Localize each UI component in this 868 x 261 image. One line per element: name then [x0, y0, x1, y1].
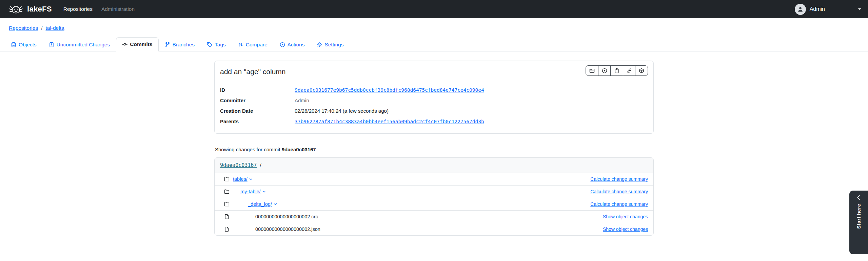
tab-uncommitted-changes[interactable]: Uncommitted Changes: [43, 38, 116, 51]
copy-id-button[interactable]: [610, 65, 623, 76]
git-branch-icon: [165, 42, 170, 47]
commit-action-buttons: [586, 65, 648, 76]
tab-label: Compare: [246, 42, 268, 48]
breadcrumb-repo-link[interactable]: tal-delta: [45, 25, 64, 31]
caret-down-icon[interactable]: [857, 7, 862, 11]
path-separator: /: [260, 162, 261, 168]
link-icon: [627, 68, 632, 73]
tab-label: Branches: [173, 42, 195, 48]
tab-commits[interactable]: Commits: [116, 37, 158, 51]
tab-settings[interactable]: Settings: [311, 38, 350, 51]
tab-label: Tags: [215, 42, 226, 48]
git-compare-icon: [238, 42, 243, 47]
tab-tags[interactable]: Tags: [201, 38, 232, 51]
browse-objects-button[interactable]: [586, 65, 598, 76]
browser-icon: [589, 68, 595, 73]
breadcrumb-repositories-link[interactable]: Repositories: [9, 25, 38, 31]
file-icon: [224, 226, 230, 232]
top-navbar: lakeFS Repositories Administration Admin: [0, 0, 868, 18]
commit-metadata: ID 9daea0c031677e9b67c5ddb0ccbf39c8bdfc9…: [220, 85, 648, 127]
breadcrumb-separator: /: [41, 25, 42, 31]
parent-commit-link[interactable]: 37b962787af871b4c3883a4b0bb4eef156ab09ba…: [295, 119, 484, 124]
meta-label: ID: [220, 87, 295, 93]
package-icon: [639, 68, 644, 73]
commit-short-link[interactable]: 9daea0c03167: [220, 162, 257, 168]
brand-name: lakeFS: [27, 5, 52, 14]
user-menu[interactable]: Admin: [795, 4, 825, 15]
user-name: Admin: [810, 6, 825, 12]
navbar-link-repositories[interactable]: Repositories: [63, 6, 93, 12]
showing-changes-commit: 9daea0c03167: [282, 147, 316, 152]
tab-label: Settings: [324, 42, 343, 48]
play-circle-icon: [280, 42, 285, 47]
changes-table-header: 9daea0c03167 /: [215, 158, 653, 173]
tag-icon: [207, 42, 212, 47]
meta-row-creation-date: Creation Date 02/28/2024 17:40:24 (a few…: [220, 106, 648, 116]
creation-date-value: 02/28/2024 17:40:24 (a few seconds ago): [295, 108, 389, 114]
commit-info-card: add an "age" column: [214, 61, 654, 134]
changes-table-card: 9daea0c03167 / tables/ Calculate change …: [214, 157, 654, 236]
file-diff-icon: [49, 42, 54, 47]
folder-icon: [224, 201, 230, 207]
showing-changes-text: Showing changes for commit 9daea0c03167: [215, 147, 653, 152]
database-icon: [11, 42, 16, 47]
meta-label: Creation Date: [220, 108, 295, 114]
chevron-left-icon: [856, 195, 862, 200]
user-avatar: [795, 4, 806, 15]
meta-row-committer: Committer Admin: [220, 95, 648, 106]
tab-label: Uncommitted Changes: [57, 42, 110, 48]
change-row-delta-log: _delta_log/ Calculate change summary: [215, 198, 653, 211]
play-circle-icon: [602, 68, 607, 73]
gear-icon: [317, 42, 322, 47]
meta-row-parents: Parents 37b962787af871b4c3883a4b0bb4eef1…: [220, 116, 648, 127]
person-icon: [797, 6, 804, 13]
repository-tabs: Objects Uncommitted Changes Commits Bran…: [0, 35, 868, 51]
change-row-json-file: 00000000000000000002.json Show object ch…: [215, 223, 653, 235]
folder-icon: [224, 189, 230, 194]
folder-link[interactable]: my-table/: [240, 189, 261, 194]
tab-actions[interactable]: Actions: [274, 38, 311, 51]
commit-id-link[interactable]: 9daea0c031677e9b67c5ddb0ccbf39c8bdfc968d…: [295, 87, 484, 93]
change-row-my-table: my-table/ Calculate change summary: [215, 186, 653, 198]
file-icon: [224, 214, 230, 219]
commit-message-title: add an "age" column: [220, 65, 286, 76]
chevron-down-icon: [249, 177, 253, 181]
lakefs-axolotl-logo-icon: [8, 4, 24, 15]
clipboard-icon: [614, 68, 619, 73]
breadcrumb: Repositories / tal-delta: [0, 18, 868, 35]
tab-objects[interactable]: Objects: [5, 38, 43, 51]
start-here-panel-toggle[interactable]: Start here: [849, 191, 868, 254]
meta-row-id: ID 9daea0c031677e9b67c5ddb0ccbf39c8bdfc9…: [220, 85, 648, 95]
lakefs-brand[interactable]: lakeFS: [8, 4, 52, 15]
copy-uri-button[interactable]: [635, 65, 648, 76]
chevron-down-icon: [273, 202, 277, 206]
meta-label: Committer: [220, 97, 295, 103]
calculate-change-summary-link[interactable]: Calculate change summary: [590, 201, 648, 207]
git-commit-icon: [122, 42, 127, 47]
change-row-crc-file: 00000000000000000002.crc Show object cha…: [215, 211, 653, 223]
file-name: 00000000000000000002.json: [255, 226, 320, 232]
change-row-tables: tables/ Calculate change summary: [215, 173, 653, 186]
show-object-changes-link[interactable]: Show object changes: [603, 226, 648, 232]
folder-icon: [224, 176, 230, 182]
file-name: 00000000000000000002.crc: [255, 214, 318, 219]
calculate-change-summary-link[interactable]: Calculate change summary: [590, 176, 648, 182]
chevron-down-icon: [262, 190, 266, 194]
committer-value: Admin: [295, 97, 309, 103]
tab-label: Actions: [288, 42, 305, 48]
copy-link-button[interactable]: [623, 65, 636, 76]
main-content: add an "age" column: [214, 61, 654, 236]
folder-link[interactable]: tables/: [233, 176, 248, 182]
calculate-change-summary-link[interactable]: Calculate change summary: [590, 189, 648, 194]
run-actions-button[interactable]: [598, 65, 611, 76]
tab-branches[interactable]: Branches: [159, 38, 201, 51]
navbar-link-administration[interactable]: Administration: [101, 6, 135, 12]
tab-compare[interactable]: Compare: [232, 38, 274, 51]
tab-label: Commits: [130, 41, 152, 47]
start-here-label: Start here: [856, 204, 862, 229]
folder-link[interactable]: _delta_log/: [248, 201, 272, 207]
show-object-changes-link[interactable]: Show object changes: [603, 214, 648, 219]
meta-label: Parents: [220, 118, 295, 124]
showing-changes-prefix: Showing changes for commit: [215, 147, 280, 152]
tab-label: Objects: [19, 42, 37, 48]
